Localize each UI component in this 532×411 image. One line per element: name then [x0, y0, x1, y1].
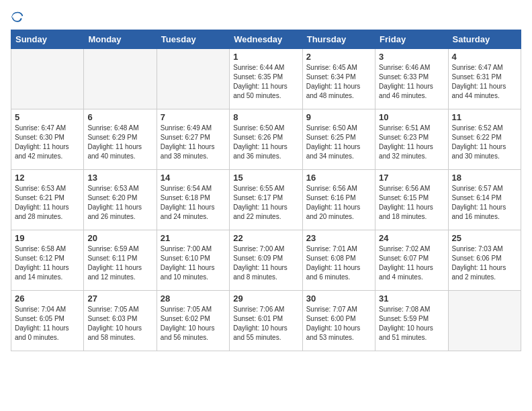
- day-number: 23: [306, 233, 371, 243]
- calendar-cell: 12Sunrise: 6:53 AM Sunset: 6:21 PM Dayli…: [11, 170, 84, 230]
- calendar-cell: 30Sunrise: 7:07 AM Sunset: 6:00 PM Dayli…: [302, 291, 375, 351]
- day-number: 17: [379, 173, 444, 183]
- day-number: 4: [452, 52, 517, 62]
- day-number: 15: [233, 173, 298, 183]
- day-number: 20: [87, 233, 152, 243]
- day-number: 24: [379, 233, 444, 243]
- day-info: Sunrise: 6:58 AM Sunset: 6:12 PM Dayligh…: [15, 244, 80, 282]
- day-info: Sunrise: 7:07 AM Sunset: 6:00 PM Dayligh…: [306, 305, 371, 342]
- day-info: Sunrise: 6:44 AM Sunset: 6:35 PM Dayligh…: [233, 63, 298, 101]
- day-number: 8: [233, 112, 298, 122]
- day-info: Sunrise: 6:54 AM Sunset: 6:18 PM Dayligh…: [161, 184, 226, 222]
- day-info: Sunrise: 7:02 AM Sunset: 6:07 PM Dayligh…: [379, 244, 444, 282]
- day-number: 10: [379, 112, 444, 122]
- calendar-week-0: 1Sunrise: 6:44 AM Sunset: 6:35 PM Daylig…: [11, 49, 521, 109]
- calendar-cell: 3Sunrise: 6:46 AM Sunset: 6:33 PM Daylig…: [375, 49, 448, 109]
- day-number: 30: [306, 293, 371, 304]
- weekday-header-thursday: Thursday: [302, 30, 375, 49]
- day-info: Sunrise: 6:56 AM Sunset: 6:16 PM Dayligh…: [306, 184, 371, 222]
- weekday-header-tuesday: Tuesday: [157, 30, 229, 49]
- day-info: Sunrise: 7:03 AM Sunset: 6:06 PM Dayligh…: [452, 244, 517, 282]
- calendar-header-row: SundayMondayTuesdayWednesdayThursdayFrid…: [11, 30, 521, 49]
- calendar-cell: 16Sunrise: 6:56 AM Sunset: 6:16 PM Dayli…: [302, 170, 375, 230]
- day-info: Sunrise: 6:47 AM Sunset: 6:31 PM Dayligh…: [452, 63, 517, 101]
- calendar-cell: 20Sunrise: 6:59 AM Sunset: 6:11 PM Dayli…: [84, 230, 157, 291]
- day-number: 21: [161, 233, 226, 243]
- calendar-cell: 11Sunrise: 6:52 AM Sunset: 6:22 PM Dayli…: [448, 109, 521, 170]
- calendar-week-1: 5Sunrise: 6:47 AM Sunset: 6:30 PM Daylig…: [11, 109, 521, 170]
- calendar-cell: 6Sunrise: 6:48 AM Sunset: 6:29 PM Daylig…: [84, 109, 157, 170]
- day-number: 19: [15, 233, 80, 243]
- day-number: 27: [87, 293, 152, 304]
- calendar-cell: 13Sunrise: 6:53 AM Sunset: 6:20 PM Dayli…: [84, 170, 157, 230]
- calendar-cell: 27Sunrise: 7:05 AM Sunset: 6:03 PM Dayli…: [84, 291, 157, 351]
- calendar-cell: 28Sunrise: 7:05 AM Sunset: 6:02 PM Dayli…: [157, 291, 229, 351]
- day-info: Sunrise: 7:04 AM Sunset: 6:05 PM Dayligh…: [15, 305, 80, 342]
- day-number: 5: [15, 112, 80, 122]
- calendar-cell: 21Sunrise: 7:00 AM Sunset: 6:10 PM Dayli…: [157, 230, 229, 291]
- day-number: 9: [306, 112, 371, 122]
- calendar-cell: 9Sunrise: 6:50 AM Sunset: 6:25 PM Daylig…: [302, 109, 375, 170]
- calendar-cell: 5Sunrise: 6:47 AM Sunset: 6:30 PM Daylig…: [11, 109, 84, 170]
- day-number: 16: [306, 173, 371, 183]
- day-number: 11: [452, 112, 517, 122]
- calendar-cell: 14Sunrise: 6:54 AM Sunset: 6:18 PM Dayli…: [157, 170, 229, 230]
- calendar-cell: 15Sunrise: 6:55 AM Sunset: 6:17 PM Dayli…: [230, 170, 302, 230]
- day-info: Sunrise: 7:06 AM Sunset: 6:01 PM Dayligh…: [233, 305, 298, 342]
- calendar-cell: 25Sunrise: 7:03 AM Sunset: 6:06 PM Dayli…: [448, 230, 521, 291]
- weekday-header-sunday: Sunday: [11, 30, 84, 49]
- calendar-cell: 31Sunrise: 7:08 AM Sunset: 5:59 PM Dayli…: [375, 291, 448, 351]
- calendar-cell: 7Sunrise: 6:49 AM Sunset: 6:27 PM Daylig…: [157, 109, 229, 170]
- day-number: 7: [161, 112, 226, 122]
- day-info: Sunrise: 6:45 AM Sunset: 6:34 PM Dayligh…: [306, 63, 371, 101]
- page-header: [11, 11, 521, 24]
- day-number: 12: [15, 173, 80, 183]
- day-number: 1: [233, 52, 298, 62]
- day-info: Sunrise: 6:53 AM Sunset: 6:20 PM Dayligh…: [87, 184, 152, 222]
- calendar-cell: 10Sunrise: 6:51 AM Sunset: 6:23 PM Dayli…: [375, 109, 448, 170]
- calendar-cell: 22Sunrise: 7:00 AM Sunset: 6:09 PM Dayli…: [230, 230, 302, 291]
- day-info: Sunrise: 7:05 AM Sunset: 6:03 PM Dayligh…: [87, 305, 152, 342]
- day-info: Sunrise: 7:00 AM Sunset: 6:09 PM Dayligh…: [233, 244, 298, 282]
- day-info: Sunrise: 6:51 AM Sunset: 6:23 PM Dayligh…: [379, 124, 444, 161]
- calendar-cell: 23Sunrise: 7:01 AM Sunset: 6:08 PM Dayli…: [302, 230, 375, 291]
- calendar-cell: 17Sunrise: 6:56 AM Sunset: 6:15 PM Dayli…: [375, 170, 448, 230]
- calendar-cell: 19Sunrise: 6:58 AM Sunset: 6:12 PM Dayli…: [11, 230, 84, 291]
- day-number: 31: [379, 293, 444, 304]
- calendar-cell: 18Sunrise: 6:57 AM Sunset: 6:14 PM Dayli…: [448, 170, 521, 230]
- calendar-table: SundayMondayTuesdayWednesdayThursdayFrid…: [11, 30, 521, 351]
- day-info: Sunrise: 7:01 AM Sunset: 6:08 PM Dayligh…: [306, 244, 371, 282]
- day-number: 22: [233, 233, 298, 243]
- day-info: Sunrise: 6:55 AM Sunset: 6:17 PM Dayligh…: [233, 184, 298, 222]
- weekday-header-friday: Friday: [375, 30, 448, 49]
- day-number: 29: [233, 293, 298, 304]
- day-number: 25: [452, 233, 517, 243]
- day-number: 13: [87, 173, 152, 183]
- calendar-cell: 24Sunrise: 7:02 AM Sunset: 6:07 PM Dayli…: [375, 230, 448, 291]
- day-info: Sunrise: 6:50 AM Sunset: 6:26 PM Dayligh…: [233, 124, 298, 161]
- calendar-cell: [11, 49, 84, 109]
- weekday-header-saturday: Saturday: [448, 30, 521, 49]
- logo-icon: [11, 11, 24, 24]
- logo: [11, 11, 27, 24]
- day-number: 28: [161, 293, 226, 304]
- day-info: Sunrise: 6:56 AM Sunset: 6:15 PM Dayligh…: [379, 184, 444, 222]
- calendar-cell: [448, 291, 521, 351]
- calendar-cell: 1Sunrise: 6:44 AM Sunset: 6:35 PM Daylig…: [230, 49, 302, 109]
- weekday-header-monday: Monday: [84, 30, 157, 49]
- day-number: 14: [161, 173, 226, 183]
- day-info: Sunrise: 6:47 AM Sunset: 6:30 PM Dayligh…: [15, 124, 80, 161]
- day-info: Sunrise: 7:08 AM Sunset: 5:59 PM Dayligh…: [379, 305, 444, 342]
- day-info: Sunrise: 6:46 AM Sunset: 6:33 PM Dayligh…: [379, 63, 444, 101]
- calendar-week-2: 12Sunrise: 6:53 AM Sunset: 6:21 PM Dayli…: [11, 170, 521, 230]
- day-info: Sunrise: 6:50 AM Sunset: 6:25 PM Dayligh…: [306, 124, 371, 161]
- day-number: 3: [379, 52, 444, 62]
- day-number: 2: [306, 52, 371, 62]
- day-info: Sunrise: 6:59 AM Sunset: 6:11 PM Dayligh…: [87, 244, 152, 282]
- weekday-header-wednesday: Wednesday: [230, 30, 302, 49]
- calendar-cell: [84, 49, 157, 109]
- calendar-week-4: 26Sunrise: 7:04 AM Sunset: 6:05 PM Dayli…: [11, 291, 521, 351]
- calendar-cell: 26Sunrise: 7:04 AM Sunset: 6:05 PM Dayli…: [11, 291, 84, 351]
- day-info: Sunrise: 6:53 AM Sunset: 6:21 PM Dayligh…: [15, 184, 80, 222]
- day-info: Sunrise: 6:57 AM Sunset: 6:14 PM Dayligh…: [452, 184, 517, 222]
